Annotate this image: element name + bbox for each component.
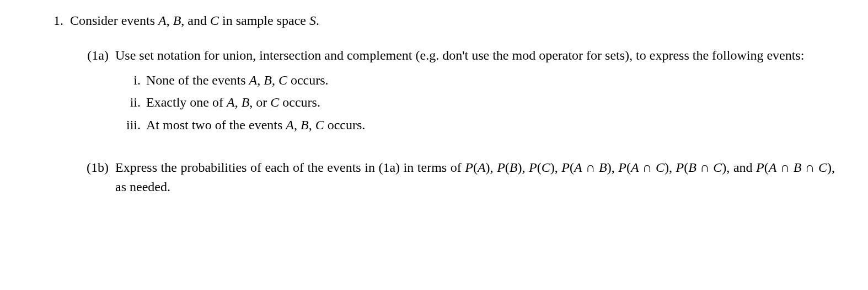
text: occurs.	[324, 118, 366, 132]
roman-list: i. None of the events A, B, C occurs. ii…	[115, 71, 835, 135]
var-B: B	[264, 73, 272, 87]
text: ,	[294, 118, 301, 132]
text: ,	[555, 160, 562, 175]
prob-P: P	[561, 160, 570, 175]
subproblem-text: Use set notation for union, intersection…	[115, 46, 835, 65]
var-C: C	[818, 160, 827, 175]
text: , and	[726, 160, 756, 175]
prob-P: P	[618, 160, 626, 175]
paren: (	[626, 160, 631, 175]
text: ,	[522, 160, 529, 175]
var-C: C	[270, 95, 279, 109]
cap-symbol: ∩	[802, 160, 818, 175]
prob-P: P	[676, 160, 684, 175]
var-C: C	[713, 160, 722, 175]
var-A: A	[286, 118, 294, 132]
subproblem-body: Express the probabilities of each of the…	[115, 158, 835, 197]
roman-item-iii: iii. At most two of the events A, B, C o…	[115, 115, 835, 135]
cap-symbol: ∩	[776, 160, 793, 175]
var-A: A	[574, 160, 582, 175]
cap-symbol: ∩	[639, 160, 656, 175]
var-B: B	[301, 118, 309, 132]
text: ,	[612, 160, 619, 175]
var-C: C	[656, 160, 665, 175]
roman-label: iii.	[115, 115, 146, 135]
roman-body: At most two of the events A, B, C occurs…	[146, 115, 835, 135]
cap-symbol: ∩	[582, 160, 599, 175]
var-B: B	[794, 160, 802, 175]
text: Exactly one of	[146, 95, 227, 109]
text: occurs.	[279, 95, 320, 109]
problem-body: Consider events A, B, and C in sample sp…	[70, 11, 835, 197]
intro-text: in sample space	[219, 13, 309, 28]
paren: )	[486, 160, 490, 175]
roman-body: None of the events A, B, C occurs.	[146, 71, 835, 90]
var-C: C	[210, 13, 219, 28]
var-C: C	[542, 160, 550, 175]
comma: , and	[181, 13, 210, 28]
var-B: B	[242, 95, 250, 109]
text: ,	[669, 160, 676, 175]
text: At most two of the events	[146, 118, 286, 132]
paren: (	[473, 160, 478, 175]
subproblem-label: (1b)	[70, 158, 115, 177]
text: Express the probabilities of each of the…	[115, 160, 465, 175]
paren: (	[570, 160, 574, 175]
paren: (	[764, 160, 769, 175]
text: ,	[490, 160, 497, 175]
var-B: B	[510, 160, 518, 175]
text: None of the events	[146, 73, 249, 87]
var-C: C	[278, 73, 287, 87]
paren: )	[665, 160, 669, 175]
paren: )	[550, 160, 555, 175]
roman-label: i.	[115, 71, 146, 90]
comma: ,	[167, 13, 173, 28]
prob-P: P	[529, 160, 537, 175]
var-A: A	[158, 13, 167, 28]
intro-text: .	[316, 13, 319, 28]
text: occurs.	[287, 73, 329, 87]
var-A: A	[249, 73, 258, 87]
var-B: B	[688, 160, 696, 175]
prob-P: P	[497, 160, 505, 175]
text: , or	[249, 95, 270, 109]
subproblem-label: (1a)	[70, 46, 115, 65]
subproblem-1b: (1b) Express the probabilities of each o…	[70, 158, 835, 197]
paren: (	[505, 160, 510, 175]
var-A: A	[631, 160, 639, 175]
text: ,	[272, 73, 278, 87]
text: ,	[257, 73, 264, 87]
intro-text: Consider events	[70, 13, 158, 28]
text: ,	[309, 118, 315, 132]
prob-P: P	[465, 160, 473, 175]
var-A: A	[769, 160, 777, 175]
prob-P: P	[756, 160, 764, 175]
subproblem-body: Use set notation for union, intersection…	[115, 46, 835, 135]
roman-item-i: i. None of the events A, B, C occurs.	[115, 71, 835, 90]
roman-label: ii.	[115, 93, 146, 112]
problem-1: 1. Consider events A, B, and C in sample…	[33, 11, 835, 197]
var-A: A	[478, 160, 486, 175]
problem-intro: Consider events A, B, and C in sample sp…	[70, 11, 835, 30]
var-S: S	[309, 13, 316, 28]
roman-item-ii: ii. Exactly one of A, B, or C occurs.	[115, 93, 835, 112]
var-B: B	[173, 13, 181, 28]
subproblem-1a: (1a) Use set notation for union, interse…	[70, 46, 835, 135]
var-C: C	[315, 118, 324, 132]
paren: )	[827, 160, 832, 175]
paren: (	[537, 160, 542, 175]
var-A: A	[227, 95, 235, 109]
paren: )	[607, 160, 612, 175]
var-B: B	[599, 160, 607, 175]
text: ,	[235, 95, 242, 109]
problem-number: 1.	[33, 11, 70, 30]
cap-symbol: ∩	[696, 160, 713, 175]
roman-body: Exactly one of A, B, or C occurs.	[146, 93, 835, 112]
